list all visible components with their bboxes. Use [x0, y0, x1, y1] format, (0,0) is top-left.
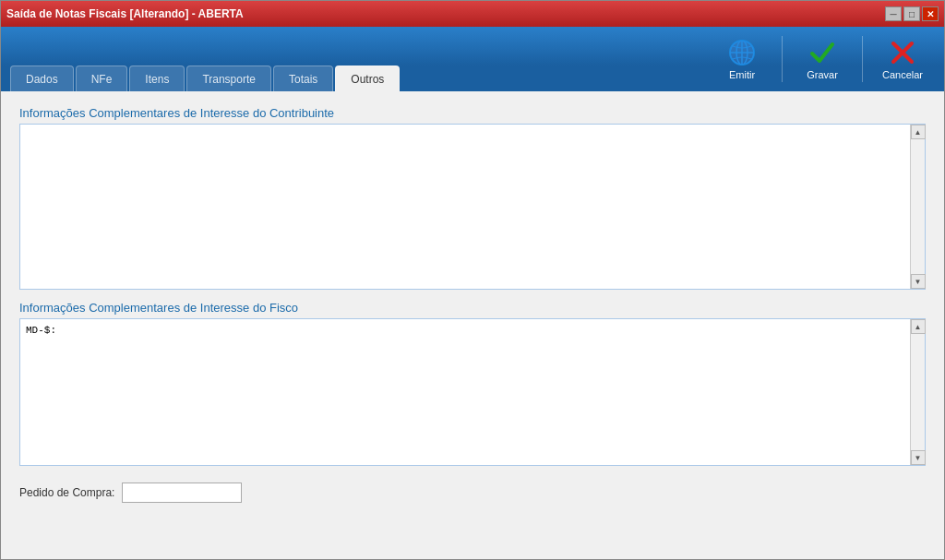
- scroll-down-arrow-fisco[interactable]: ▼: [911, 450, 926, 465]
- tab-transporte[interactable]: Transporte: [186, 66, 271, 91]
- toolbar: Dados NFe Itens Transporte Totais Outros: [1, 27, 944, 91]
- toolbar-divider-2: [862, 36, 863, 82]
- scroll-up-arrow-fisco[interactable]: ▲: [911, 319, 926, 334]
- main-window: Saída de Notas Fiscais [Alterando] - ABE…: [0, 0, 945, 560]
- cancelar-label: Cancelar: [882, 69, 923, 80]
- content-area: Informações Complementares de Interesse …: [1, 91, 944, 559]
- scroll-down-arrow[interactable]: ▼: [911, 274, 926, 289]
- section-fisco: Informações Complementares de Interesse …: [19, 301, 926, 466]
- textarea-contribuinte-container: ▲ ▼: [19, 124, 926, 290]
- tab-totais[interactable]: Totais: [273, 66, 333, 91]
- gravar-button[interactable]: Gravar: [790, 34, 855, 84]
- pedido-input[interactable]: [122, 483, 242, 503]
- gravar-label: Gravar: [807, 69, 838, 80]
- section2-label: Informações Complementares de Interesse …: [19, 301, 926, 315]
- scrollbar-fisco[interactable]: ▲ ▼: [910, 319, 925, 465]
- maximize-button[interactable]: □: [903, 6, 920, 21]
- bottom-row: Pedido de Compra:: [19, 477, 926, 508]
- tab-dados[interactable]: Dados: [10, 66, 74, 91]
- x-icon: [888, 38, 917, 67]
- svg-point-4: [730, 41, 754, 65]
- close-button[interactable]: ✕: [922, 6, 939, 21]
- pedido-label: Pedido de Compra:: [19, 486, 114, 499]
- tab-nfe[interactable]: NFe: [76, 66, 128, 91]
- scroll-track: [911, 139, 925, 274]
- section1-label: Informações Complementares de Interesse …: [19, 106, 926, 120]
- emitir-button[interactable]: Emitir: [710, 34, 774, 84]
- emitir-label: Emitir: [729, 69, 755, 80]
- cancelar-button[interactable]: Cancelar: [870, 34, 935, 84]
- check-icon: [807, 38, 837, 67]
- section-contribuinte: Informações Complementares de Interesse …: [19, 106, 926, 290]
- textarea-contribuinte[interactable]: [20, 125, 925, 289]
- tab-outros[interactable]: Outros: [335, 66, 400, 91]
- toolbar-divider-1: [782, 36, 783, 82]
- globe-icon: [727, 38, 757, 67]
- tab-itens[interactable]: Itens: [129, 66, 185, 91]
- tab-bar: Dados NFe Itens Transporte Totais Outros: [10, 66, 400, 91]
- scrollbar-contribuinte[interactable]: ▲ ▼: [910, 125, 925, 289]
- window-title: Saída de Notas Fiscais [Alterando] - ABE…: [6, 7, 244, 20]
- textarea-fisco[interactable]: MD-$:: [20, 319, 925, 465]
- scroll-track-fisco: [911, 334, 925, 450]
- title-bar: Saída de Notas Fiscais [Alterando] - ABE…: [1, 1, 944, 27]
- minimize-button[interactable]: ─: [885, 6, 902, 21]
- window-controls: ─ □ ✕: [885, 6, 939, 21]
- toolbar-actions: Emitir Gravar Cancelar: [710, 34, 935, 84]
- textarea-fisco-container: MD-$: ▲ ▼: [19, 318, 926, 466]
- scroll-up-arrow[interactable]: ▲: [911, 125, 926, 139]
